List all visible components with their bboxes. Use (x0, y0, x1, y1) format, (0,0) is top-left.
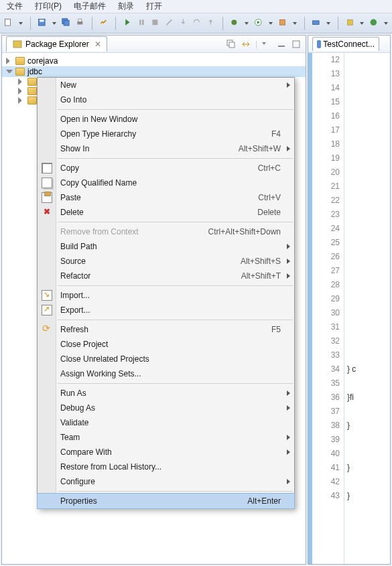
menu-item-configure[interactable]: Configure (38, 474, 294, 489)
line-number: 29 (312, 292, 340, 306)
menu-item-export[interactable]: Export... (38, 303, 294, 317)
svg-rect-22 (293, 41, 300, 48)
run-last-icon[interactable] (278, 18, 287, 29)
submenu-arrow-icon (287, 273, 290, 279)
menu-item-refactor[interactable]: RefactorAlt+Shift+T (38, 269, 294, 283)
new-server-icon[interactable] (312, 18, 320, 29)
menu-item-close-project[interactable]: Close Project (38, 337, 294, 352)
menu-item-run-as[interactable]: Run As (38, 386, 294, 401)
menu-open[interactable]: 打开 (146, 1, 162, 12)
menu-item-paste[interactable]: PasteCtrl+V (38, 190, 294, 205)
view-menu-icon[interactable] (261, 39, 272, 50)
tree-item[interactable]: corejava (2, 56, 306, 66)
close-icon[interactable]: ✕ (94, 40, 101, 49)
svg-rect-15 (313, 20, 320, 24)
code-line: } (347, 461, 390, 475)
menu-separator (58, 285, 293, 286)
svg-rect-18 (13, 41, 21, 48)
debug-resume-icon[interactable] (123, 18, 132, 29)
line-number: 12 (312, 53, 340, 67)
line-number: 19 (312, 151, 340, 165)
debug-disconnect-icon[interactable] (165, 18, 174, 29)
step-into-icon[interactable] (179, 18, 188, 29)
debug-stop-icon[interactable] (151, 18, 159, 29)
code-line (347, 67, 390, 81)
print-icon[interactable] (76, 18, 84, 29)
menu-file[interactable]: 文件 (7, 1, 23, 12)
menu-item-refresh[interactable]: RefreshF5 (38, 322, 294, 337)
code-area[interactable]: } c}fi}}} (344, 53, 390, 564)
menu-item-delete[interactable]: ✖DeleteDelete (38, 205, 294, 220)
build-icon[interactable] (99, 18, 108, 29)
menu-item-build-path[interactable]: Build Path (38, 239, 294, 254)
menu-print[interactable]: 打印(P) (35, 1, 62, 12)
step-over-icon[interactable] (192, 18, 201, 29)
debug-pause-icon[interactable] (137, 18, 146, 29)
menu-item-label: Validate (60, 418, 88, 427)
menu-item-copy[interactable]: CopyCtrl+C (38, 161, 294, 175)
debug-icon[interactable] (230, 18, 239, 29)
svg-point-17 (371, 19, 377, 25)
chevron-down-icon[interactable] (6, 70, 13, 76)
submenu-arrow-icon (287, 146, 290, 151)
code-line (347, 447, 390, 461)
new-class-icon[interactable] (369, 18, 378, 29)
collapse-all-icon[interactable] (226, 39, 237, 50)
menu-item-import[interactable]: Import... (38, 288, 294, 303)
line-number: 17 (312, 123, 340, 137)
menu-item-open-type-hierarchy[interactable]: Open Type HierarchyF4 (38, 127, 294, 141)
menu-item-assign-working-sets[interactable]: Assign Working Sets... (38, 366, 294, 381)
menu-item-validate[interactable]: Validate (38, 415, 294, 430)
submenu-arrow-icon (287, 259, 290, 264)
maximize-icon[interactable] (291, 39, 302, 50)
menu-item-label: Copy Qualified Name (60, 178, 137, 188)
menu-item-debug-as[interactable]: Debug As (38, 401, 294, 415)
menu-item-copy-qualified-name[interactable]: Copy Qualified Name (38, 175, 294, 190)
submenu-arrow-icon (287, 479, 290, 484)
menu-item-restore-from-local-history[interactable]: Restore from Local History... (38, 459, 294, 474)
menu-item-properties[interactable]: PropertiesAlt+Enter (38, 494, 294, 508)
chevron-right-icon[interactable] (18, 88, 25, 94)
chevron-right-icon[interactable] (18, 97, 25, 104)
link-editor-icon[interactable] (241, 39, 251, 50)
package-explorer-tab[interactable]: Package Explorer ✕ (6, 36, 107, 52)
menu-item-open-in-new-window[interactable]: Open in New Window (38, 112, 294, 127)
minimize-icon[interactable] (276, 39, 287, 50)
menu-item-go-into[interactable]: Go Into (38, 92, 294, 107)
chevron-right-icon[interactable] (18, 78, 25, 85)
menu-item-close-unrelated-projects[interactable]: Close Unrelated Projects (38, 352, 294, 366)
menu-email[interactable]: 电子邮件 (74, 1, 106, 12)
save-all-icon[interactable] (62, 18, 70, 29)
pane-title: Package Explorer (25, 40, 89, 49)
svg-rect-4 (64, 20, 69, 25)
step-return-icon[interactable] (206, 18, 215, 29)
line-number: 40 (312, 447, 340, 461)
code-line (347, 95, 390, 109)
submenu-arrow-icon (287, 82, 290, 88)
project-folder-icon (27, 78, 37, 86)
line-number-gutter: 1213141516171819202122232425262728293031… (312, 53, 344, 564)
line-number: 37 (312, 405, 340, 419)
menu-item-label: Source (60, 257, 86, 266)
editor-tab[interactable]: TestConnect... (312, 37, 379, 51)
new-package-icon[interactable] (346, 18, 354, 29)
menu-item-compare-with[interactable]: Compare With (38, 445, 294, 459)
svg-rect-10 (153, 19, 158, 25)
menu-burn[interactable]: 刻录 (118, 1, 134, 12)
chevron-right-icon[interactable] (6, 58, 13, 64)
copy-icon (42, 163, 52, 173)
menu-shortcut: Alt+Shift+T (241, 271, 281, 281)
menu-item-source[interactable]: SourceAlt+Shift+S (38, 254, 294, 269)
submenu-arrow-icon (287, 435, 290, 440)
menu-item-team[interactable]: Team (38, 430, 294, 445)
svg-point-11 (232, 19, 237, 25)
menu-item-show-in[interactable]: Show InAlt+Shift+W (38, 141, 294, 156)
menu-item-new[interactable]: New (38, 78, 294, 92)
code-line (347, 475, 390, 489)
new-icon[interactable] (4, 18, 13, 29)
project-folder-icon (27, 96, 37, 104)
save-icon[interactable] (38, 18, 46, 29)
run-icon[interactable] (254, 18, 263, 29)
menu-item-label: Go Into (60, 95, 86, 104)
tree-item[interactable]: jdbc (2, 66, 306, 77)
